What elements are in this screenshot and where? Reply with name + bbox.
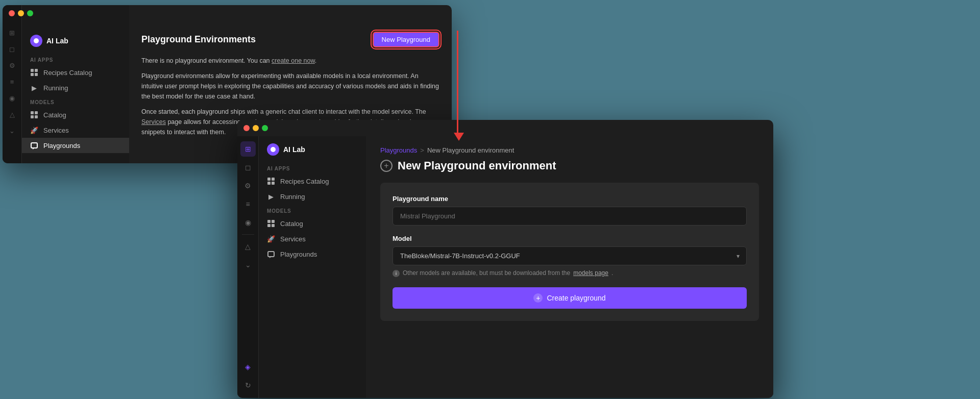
win2-maximize-button[interactable] [262, 125, 268, 131]
win2-main-content: Playgrounds > New Playground environment… [366, 136, 773, 398]
win1-section-aiapps: AI APPS [22, 53, 129, 65]
create-one-now-link[interactable]: create one now [272, 57, 315, 64]
hint-text-pre: Other models are available, but must be … [403, 269, 570, 277]
win1-logo-icon [30, 35, 42, 47]
win2-running-label: Running [280, 193, 305, 201]
win1-icon-cube[interactable]: ◻ [5, 42, 19, 56]
win2-icon-rocket[interactable]: △ [240, 239, 256, 254]
window-2: ⊞ ◻ ⚙ ≡ ◉ △ ⌄ ◈ ↻ AI Lab AI APPS [237, 120, 773, 398]
page-title-icon: + [380, 160, 393, 172]
playground-name-group: Playground name [393, 195, 747, 226]
win2-icon-db[interactable]: ◉ [240, 215, 256, 230]
playground-name-label: Playground name [393, 195, 747, 203]
win2-running-icon: ▶ [267, 192, 275, 201]
form-hint: i Other models are available, but must b… [393, 269, 747, 277]
win1-logo-text: AI Lab [46, 37, 68, 45]
win1-sidebar-services[interactable]: 🚀 Services [22, 122, 129, 138]
win2-icon-cube[interactable]: ◻ [240, 160, 256, 175]
close-button[interactable] [9, 10, 15, 16]
win2-icon-layers[interactable]: ≡ [240, 196, 256, 212]
win2-close-button[interactable] [243, 125, 250, 131]
win2-section-models: MODELS [259, 204, 366, 216]
win2-icon-cube2[interactable]: ◈ [240, 359, 256, 375]
hint-text-post: . [611, 269, 613, 277]
win2-icon-grid[interactable]: ⊞ [240, 141, 256, 157]
win1-icon-grid[interactable]: ⊞ [5, 26, 19, 40]
breadcrumb-separator: > [420, 146, 424, 154]
win2-icon-sidebar: ⊞ ◻ ⚙ ≡ ◉ △ ⌄ ◈ ↻ [237, 136, 259, 398]
win2-services-icon: 🚀 [267, 235, 275, 243]
win1-icon-db[interactable]: ◉ [5, 91, 19, 105]
model-group: Model TheBloke/Mistral-7B-Instruct-v0.2-… [393, 235, 747, 277]
win1-running-label: Running [43, 84, 68, 92]
win2-icon-collapse[interactable]: ⌄ [240, 257, 256, 272]
win2-minimize-button[interactable] [253, 125, 259, 131]
maximize-button[interactable] [27, 10, 33, 16]
breadcrumb-current: New Playground environment [427, 146, 514, 154]
playground-name-input[interactable] [393, 207, 747, 226]
catalog-icon [30, 111, 38, 119]
model-select[interactable]: TheBloke/Mistral-7B-Instruct-v0.2-GGUF [393, 246, 747, 265]
win2-catalog-label: Catalog [280, 220, 303, 228]
win2-services-label: Services [280, 235, 306, 243]
win2-sidebar-playgrounds[interactable]: Playgrounds [259, 246, 366, 262]
model-label: Model [393, 235, 747, 242]
win1-icon-rocket[interactable]: △ [5, 107, 19, 121]
win1-sidebar-running[interactable]: ▶ Running [22, 80, 129, 95]
arrow-line [457, 31, 458, 133]
win2-grid-icon [267, 177, 275, 185]
models-page-link[interactable]: models page [573, 269, 608, 277]
win1-para1: There is no playground environment. You … [141, 56, 439, 66]
form-card: Playground name Model TheBloke/Mistral-7… [380, 183, 759, 321]
win2-sidebar-catalog[interactable]: Catalog [259, 216, 366, 231]
win1-titlebar [3, 5, 452, 21]
win1-services-label: Services [43, 127, 69, 134]
win1-section-models: MODELS [22, 95, 129, 107]
win1-para1-pre: There is no playground environment. You … [141, 57, 272, 64]
win1-icon-sidebar: ⊞ ◻ ⚙ ≡ ◉ △ ⌄ [3, 5, 22, 163]
win2-catalog-icon [267, 219, 275, 228]
page-title-row: + New Playground environment [380, 159, 759, 172]
grid-icon [30, 68, 38, 77]
minimize-button[interactable] [18, 10, 24, 16]
create-playground-label: Create playground [547, 294, 605, 302]
win2-logo: AI Lab [259, 140, 366, 162]
win1-sidebar: AI Lab AI APPS Recipes Catalog ▶ Running… [22, 5, 129, 163]
breadcrumb-parent[interactable]: Playgrounds [380, 146, 417, 154]
win1-sidebar-catalog[interactable]: Catalog [22, 107, 129, 122]
playgrounds-icon [30, 141, 38, 149]
page-title: New Playground environment [398, 159, 556, 172]
win2-playgrounds-label: Playgrounds [280, 251, 317, 258]
win1-icon-people[interactable]: ⚙ [5, 58, 19, 72]
create-playground-button[interactable]: + Create playground [393, 287, 747, 309]
win2-sidebar-running[interactable]: ▶ Running [259, 189, 366, 204]
win1-sidebar-playgrounds[interactable]: Playgrounds [22, 138, 129, 153]
services-link[interactable]: Services [141, 118, 166, 126]
breadcrumb: Playgrounds > New Playground environment [380, 146, 759, 154]
win1-page-title: Playground Environments [141, 34, 256, 45]
win1-playgrounds-label: Playgrounds [43, 142, 80, 149]
win1-icon-down[interactable]: ⌄ [5, 123, 19, 138]
win2-sidebar-recipes[interactable]: Recipes Catalog [259, 173, 366, 189]
win1-para3-pre: Once started, each playground ships with… [141, 108, 426, 115]
info-icon: i [393, 270, 400, 277]
running-icon: ▶ [30, 84, 38, 92]
win2-body: ⊞ ◻ ⚙ ≡ ◉ △ ⌄ ◈ ↻ AI Lab AI APPS [237, 136, 773, 398]
win1-icon-layers[interactable]: ≡ [5, 74, 19, 89]
win1-para2: Playground environments allow for experi… [141, 71, 439, 102]
win1-header: Playground Environments New Playground [141, 32, 439, 47]
win1-sidebar-recipes[interactable]: Recipes Catalog [22, 65, 129, 80]
win2-sidebar-services[interactable]: 🚀 Services [259, 231, 366, 246]
model-select-wrapper: TheBloke/Mistral-7B-Instruct-v0.2-GGUF ▾ [393, 246, 747, 265]
new-playground-button[interactable]: New Playground [373, 32, 439, 47]
win1-para1-post: . [315, 57, 316, 64]
win2-sidebar: AI Lab AI APPS Recipes Catalog ▶ Running… [259, 136, 366, 398]
win2-icon-nodes[interactable]: ⚙ [240, 178, 256, 193]
win2-recipes-label: Recipes Catalog [280, 178, 329, 185]
win2-icon-refresh[interactable]: ↻ [240, 378, 256, 393]
win2-playgrounds-icon [267, 250, 275, 258]
win2-section-aiapps: AI APPS [259, 162, 366, 173]
win1-logo: AI Lab [22, 32, 129, 53]
win1-catalog-label: Catalog [43, 111, 66, 119]
win2-logo-text: AI Lab [283, 145, 305, 154]
